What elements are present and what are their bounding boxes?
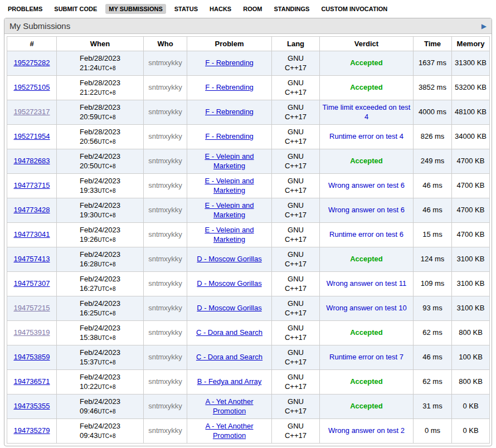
submission-id-link[interactable]: 195272317 bbox=[13, 108, 50, 116]
problem-cell: C - Dora and Search bbox=[187, 321, 272, 345]
problem-link[interactable]: F - Rebrending bbox=[205, 108, 254, 116]
problem-link[interactable]: D - Moscow Gorillas bbox=[197, 279, 261, 288]
nav-custom-invocation[interactable]: CUSTOM INVOCATION bbox=[318, 4, 391, 14]
lang-cell: GNU C++17 bbox=[272, 198, 320, 223]
id-cell: 194735355 bbox=[7, 395, 57, 419]
table-header-row: #WhenWhoProblemLangVerdictTimeMemory bbox=[7, 37, 490, 51]
verdict-cell: Runtime error on test 7 bbox=[320, 345, 414, 370]
submission-id-link[interactable]: 195275282 bbox=[13, 59, 50, 67]
problem-link[interactable]: E - Velepin and Marketing bbox=[205, 152, 254, 169]
lang-cell: GNU C++17 bbox=[272, 100, 320, 125]
submission-id-link[interactable]: 194753919 bbox=[13, 328, 50, 337]
when-cell: Feb/24/202319:30UTC+8 bbox=[57, 198, 144, 223]
username: sntmxykky bbox=[148, 108, 182, 116]
username: sntmxykky bbox=[148, 304, 182, 312]
submission-datetime: Feb/24/202316:25UTC+8 bbox=[80, 299, 120, 318]
username: sntmxykky bbox=[148, 279, 182, 288]
submission-id-link[interactable]: 195275105 bbox=[13, 83, 50, 91]
id-cell: 194753919 bbox=[7, 321, 57, 345]
when-cell: Feb/24/202315:37UTC+8 bbox=[57, 345, 144, 370]
verdict-text: Accepted bbox=[350, 255, 383, 263]
timezone-label: UTC+8 bbox=[98, 335, 116, 341]
time-cell: 109 ms bbox=[414, 272, 452, 296]
problem-link[interactable]: D - Moscow Gorillas bbox=[197, 255, 261, 263]
when-cell: Feb/28/202321:24UTC+8 bbox=[57, 51, 144, 76]
submission-datetime: Feb/24/202315:38UTC+8 bbox=[80, 324, 120, 343]
nav-my-submissions[interactable]: MY SUBMISSIONS bbox=[105, 4, 166, 14]
submission-id-link[interactable]: 194782683 bbox=[13, 157, 50, 165]
submission-id-link[interactable]: 194773041 bbox=[13, 230, 50, 238]
submission-row: 194735279Feb/24/202309:43UTC+8sntmxykkyA… bbox=[7, 419, 490, 444]
time-cell: 3852 ms bbox=[414, 76, 452, 100]
who-cell: sntmxykky bbox=[144, 247, 187, 272]
who-cell: sntmxykky bbox=[144, 419, 187, 444]
column-header-verdict: Verdict bbox=[320, 37, 414, 51]
submission-row: 194735355Feb/24/202309:46UTC+8sntmxykkyA… bbox=[7, 395, 490, 419]
problem-link[interactable]: E - Velepin and Marketing bbox=[205, 226, 254, 243]
problem-link[interactable]: F - Rebrending bbox=[205, 83, 254, 91]
problem-link[interactable]: C - Dora and Search bbox=[196, 353, 262, 361]
submission-id-link[interactable]: 194773428 bbox=[13, 206, 50, 214]
id-cell: 194753859 bbox=[7, 345, 57, 370]
lang-cell: GNU C++17 bbox=[272, 395, 320, 419]
submission-id-link[interactable]: 194753859 bbox=[13, 353, 50, 361]
nav-room[interactable]: ROOM bbox=[240, 4, 265, 14]
nav-submit-code[interactable]: SUBMIT CODE bbox=[51, 4, 100, 14]
verdict-text: Wrong answer on test 6 bbox=[328, 181, 405, 189]
timezone-label: UTC+8 bbox=[98, 90, 116, 96]
timezone-label: UTC+8 bbox=[98, 384, 116, 390]
verdict-cell: Wrong answer on test 11 bbox=[320, 272, 414, 296]
verdict-cell: Wrong answer on test 6 bbox=[320, 174, 414, 198]
submission-datetime: Feb/24/202309:43UTC+8 bbox=[80, 422, 120, 441]
who-cell: sntmxykky bbox=[144, 198, 187, 223]
problem-link[interactable]: D - Moscow Gorillas bbox=[197, 304, 261, 312]
submission-id-link[interactable]: 194736571 bbox=[13, 377, 50, 386]
submission-id-link[interactable]: 194735355 bbox=[13, 402, 50, 410]
problem-cell: E - Velepin and Marketing bbox=[187, 149, 272, 174]
memory-cell: 0 KB bbox=[452, 419, 490, 444]
problem-cell: F - Rebrending bbox=[187, 125, 272, 149]
submission-datetime: Feb/28/202321:22UTC+8 bbox=[80, 79, 120, 98]
problem-link[interactable]: A - Yet Another Promotion bbox=[205, 397, 253, 415]
nav-problems[interactable]: PROBLEMS bbox=[4, 4, 46, 14]
problem-link[interactable]: E - Velepin and Marketing bbox=[205, 201, 254, 218]
lang-cell: GNU C++17 bbox=[272, 76, 320, 100]
problem-cell: E - Velepin and Marketing bbox=[187, 198, 272, 223]
problem-link[interactable]: F - Rebrending bbox=[205, 132, 254, 140]
submission-id-link[interactable]: 194757307 bbox=[13, 279, 50, 288]
problem-link[interactable]: B - Fedya and Array bbox=[197, 377, 262, 386]
timezone-label: UTC+8 bbox=[98, 310, 116, 316]
when-cell: Feb/24/202316:28UTC+8 bbox=[57, 247, 144, 272]
problem-cell: A - Yet Another Promotion bbox=[187, 395, 272, 419]
problem-link[interactable]: E - Velepin and Marketing bbox=[205, 177, 254, 194]
when-cell: Feb/24/202315:38UTC+8 bbox=[57, 321, 144, 345]
page-title: My Submissions bbox=[9, 21, 70, 31]
submission-id-link[interactable]: 194757215 bbox=[13, 304, 50, 312]
memory-cell: 3100 KB bbox=[452, 272, 490, 296]
verdict-text: Accepted bbox=[350, 402, 383, 410]
memory-cell: 4700 KB bbox=[452, 223, 490, 247]
submission-datetime: Feb/24/202320:50UTC+8 bbox=[80, 152, 120, 171]
lang-cell: GNU C++17 bbox=[272, 321, 320, 345]
nav-hacks[interactable]: HACKS bbox=[206, 4, 235, 14]
verdict-text: Accepted bbox=[350, 377, 383, 386]
verdict-cell: Runtime error on test 4 bbox=[320, 125, 414, 149]
problem-link[interactable]: A - Yet Another Promotion bbox=[205, 422, 253, 439]
problem-link[interactable]: F - Rebrending bbox=[205, 59, 254, 67]
id-cell: 194773715 bbox=[7, 174, 57, 198]
language-label: GNU C++17 bbox=[282, 397, 310, 416]
expand-arrow-icon[interactable]: ▶ bbox=[482, 23, 487, 30]
who-cell: sntmxykky bbox=[144, 149, 187, 174]
lang-cell: GNU C++17 bbox=[272, 174, 320, 198]
submission-id-link[interactable]: 195271954 bbox=[13, 132, 50, 140]
submission-id-link[interactable]: 194773715 bbox=[13, 181, 50, 189]
problem-link[interactable]: C - Dora and Search bbox=[196, 328, 262, 337]
time-cell: 46 ms bbox=[414, 345, 452, 370]
nav-standings[interactable]: STANDINGS bbox=[270, 4, 313, 14]
submission-id-link[interactable]: 194735279 bbox=[13, 426, 50, 435]
panel-body: #WhenWhoProblemLangVerdictTimeMemory 195… bbox=[4, 34, 492, 446]
submission-id-link[interactable]: 194757413 bbox=[13, 255, 50, 263]
nav-status[interactable]: STATUS bbox=[171, 4, 201, 14]
problem-cell: D - Moscow Gorillas bbox=[187, 272, 272, 296]
submission-row: 194757307Feb/24/202316:27UTC+8sntmxykkyD… bbox=[7, 272, 490, 296]
